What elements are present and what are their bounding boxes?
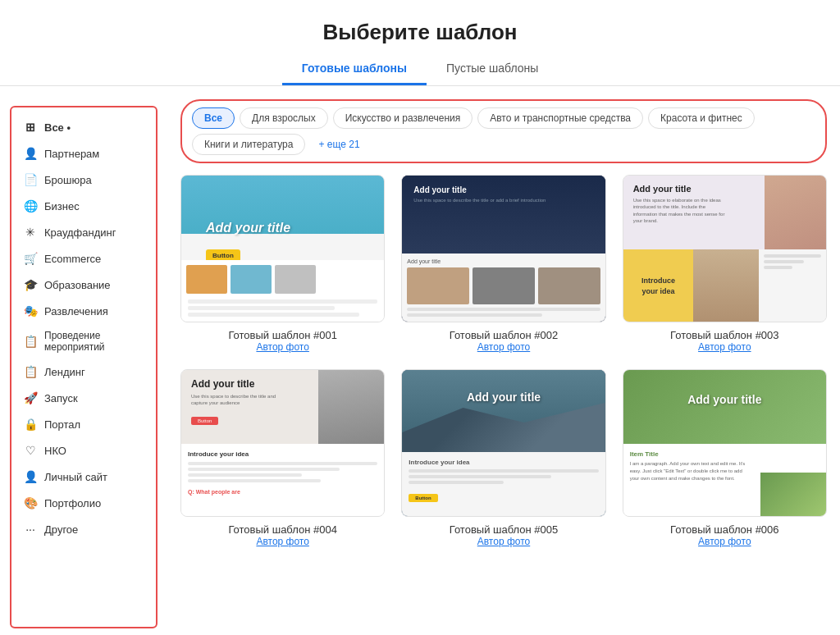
filter-books[interactable]: Книги и литература xyxy=(192,134,305,155)
sidebar-item-portfolio[interactable]: 🎨 Портфолио xyxy=(11,490,156,516)
template-preview-006[interactable]: Add your title Item Title I am a paragra… xyxy=(623,369,827,517)
document-icon: 📄 xyxy=(23,172,38,187)
person-2 xyxy=(472,267,535,304)
preview-001-row xyxy=(181,260,384,299)
lock-icon: 🔒 xyxy=(23,417,38,432)
grid-icon: ⊞ xyxy=(23,120,38,135)
template-001-name: Готовый шаблон #001 xyxy=(228,329,336,341)
template-006-name: Готовый шаблон #006 xyxy=(670,523,778,536)
template-grid: Add your title Button xyxy=(180,175,827,557)
globe-icon: 🌐 xyxy=(23,199,38,213)
sidebar-item-personal[interactable]: 👤 Личный сайт xyxy=(11,464,156,490)
sidebar-item-portal[interactable]: 🔒 Портал xyxy=(11,411,156,437)
preview-004-text: Add your title Use this space to describ… xyxy=(181,370,293,433)
page: Выберите шаблон Готовые шаблоны Пустые ш… xyxy=(0,0,840,635)
tabs-bar: Готовые шаблоны Пустые шаблоны xyxy=(0,53,840,86)
header: Выберите шаблон xyxy=(0,0,840,53)
template-preview-001[interactable]: Add your title Button xyxy=(180,175,385,322)
landing-icon: 📋 xyxy=(23,364,38,379)
preview-004-sub: Use this space to describe the title and… xyxy=(191,393,283,407)
sidebar-item-education[interactable]: 🎓 Образование xyxy=(11,272,156,298)
preview-003-model-img xyxy=(765,176,826,249)
sidebar-item-events[interactable]: 📋 Проведение мероприятий xyxy=(11,324,156,359)
preview-005-intro: Introduce your idea xyxy=(409,459,598,466)
preview-006-corner-img xyxy=(760,473,826,517)
l1 xyxy=(188,462,377,465)
filter-adults[interactable]: Для взрослых xyxy=(240,107,328,129)
preview-003-body: Use this space to elaborate on the ideas… xyxy=(633,197,725,225)
l3 xyxy=(188,473,302,477)
line-1 xyxy=(407,308,600,311)
sidebar-item-partners[interactable]: 👤 Партнерам xyxy=(11,140,156,167)
preview-004-intro: Introduce your idea xyxy=(188,450,377,458)
preview-img-1 xyxy=(186,265,227,294)
template-002-author[interactable]: Автор фото xyxy=(477,341,530,353)
preview-004-portrait xyxy=(318,370,384,444)
line-c xyxy=(764,266,792,269)
preview-006-text: I am a paragraph. Add your own text and … xyxy=(630,460,753,482)
content-area: Все Для взрослых Искусство и развлечения… xyxy=(167,99,840,635)
theater-icon: 🎭 xyxy=(23,304,38,318)
preview-img-3 xyxy=(275,265,316,294)
template-005-author[interactable]: Автор фото xyxy=(477,536,530,547)
template-004-author[interactable]: Автор фото xyxy=(256,536,308,547)
template-card-006: Add your title Item Title I am a paragra… xyxy=(623,369,827,547)
sidebar-item-nko[interactable]: ♡ НКО xyxy=(11,437,156,464)
preview-001-bottom xyxy=(181,260,384,322)
palette-icon: 🎨 xyxy=(23,496,38,510)
preview-002-sub: Use this space to describe the title or … xyxy=(413,197,593,203)
preview-004-cta: Q: What people are xyxy=(188,489,377,495)
template-006-author[interactable]: Автор фото xyxy=(698,536,751,547)
tab-empty[interactable]: Пустые шаблоны xyxy=(427,53,558,85)
sidebar: ⊞ Все • 👤 Партнерам 📄 Брошюра 🌐 Бизнес ✳… xyxy=(10,106,158,628)
sidebar-item-landing[interactable]: 📋 Лендинг xyxy=(11,359,156,385)
preview-line-2 xyxy=(188,306,335,310)
preview-004-bottom: Introduce your idea Q: What people are xyxy=(181,444,384,517)
template-preview-004[interactable]: Add your title Use this space to describ… xyxy=(180,369,385,517)
sidebar-item-ecommerce[interactable]: 🛒 Ecommerce xyxy=(11,245,156,272)
sidebar-item-business[interactable]: 🌐 Бизнес xyxy=(11,193,156,219)
filter-more[interactable]: + еще 21 xyxy=(310,135,368,154)
sidebar-item-other[interactable]: ··· Другое xyxy=(11,516,156,542)
template-003-author[interactable]: Автор фото xyxy=(698,341,751,353)
l1 xyxy=(409,469,598,473)
rocket-icon: 🚀 xyxy=(23,391,38,405)
preview-002-bottom: Add your title xyxy=(402,254,605,322)
preview-004-title: Add your title xyxy=(191,378,283,390)
template-003-name: Готовый шаблон #003 xyxy=(670,329,778,341)
filter-bar: Все Для взрослых Искусство и развлечения… xyxy=(180,99,827,163)
settings-icon: ✳ xyxy=(23,225,38,240)
preview-002-title: Add your title xyxy=(413,185,466,194)
template-card-005: Add your title Introduce your idea Butto… xyxy=(401,369,605,547)
sidebar-item-all[interactable]: ⊞ Все • xyxy=(11,114,156,140)
graduation-icon: 🎓 xyxy=(23,277,38,292)
preview-004-top: Add your title Use this space to describ… xyxy=(181,370,384,444)
sidebar-item-launch[interactable]: 🚀 Запуск xyxy=(11,385,156,411)
filter-auto[interactable]: Авто и транспортные средства xyxy=(477,107,643,129)
filter-beauty[interactable]: Красота и фитнес xyxy=(648,107,755,129)
dots-icon: ··· xyxy=(23,522,38,537)
main-area: ⊞ Все • 👤 Партнерам 📄 Брошюра 🌐 Бизнес ✳… xyxy=(0,99,840,635)
preview-006-title: Add your title xyxy=(623,393,826,406)
preview-005-btn: Button xyxy=(409,494,437,502)
preview-line-1 xyxy=(188,299,377,304)
preview-005-hero: Add your title xyxy=(402,370,605,452)
preview-006-bottom: Item Title I am a paragraph. Add your ow… xyxy=(623,444,826,517)
template-preview-005[interactable]: Add your title Introduce your idea Butto… xyxy=(401,369,605,517)
sidebar-item-entertainment[interactable]: 🎭 Развлечения xyxy=(11,298,156,324)
sidebar-item-brochure[interactable]: 📄 Брошюра xyxy=(11,167,156,193)
sidebar-item-crowdfunding[interactable]: ✳ Краудфандинг xyxy=(11,219,156,245)
tab-ready[interactable]: Готовые шаблоны xyxy=(282,53,427,85)
preview-003-bottom: Introduceyour idea xyxy=(623,249,826,322)
filter-art[interactable]: Искусство и развлечения xyxy=(333,107,473,129)
filter-all[interactable]: Все xyxy=(192,107,235,129)
person-1 xyxy=(407,267,469,304)
preview-003-top: Add your title Use this space to elabora… xyxy=(623,176,826,249)
l2 xyxy=(409,475,550,478)
template-preview-003[interactable]: Add your title Use this space to elabora… xyxy=(623,175,827,322)
line-a xyxy=(764,254,821,258)
cart-icon: 🛒 xyxy=(23,251,38,266)
line-b xyxy=(764,260,804,263)
template-preview-002[interactable]: Add your title Use this space to describ… xyxy=(401,175,605,322)
template-001-author[interactable]: Автор фото xyxy=(256,341,308,353)
